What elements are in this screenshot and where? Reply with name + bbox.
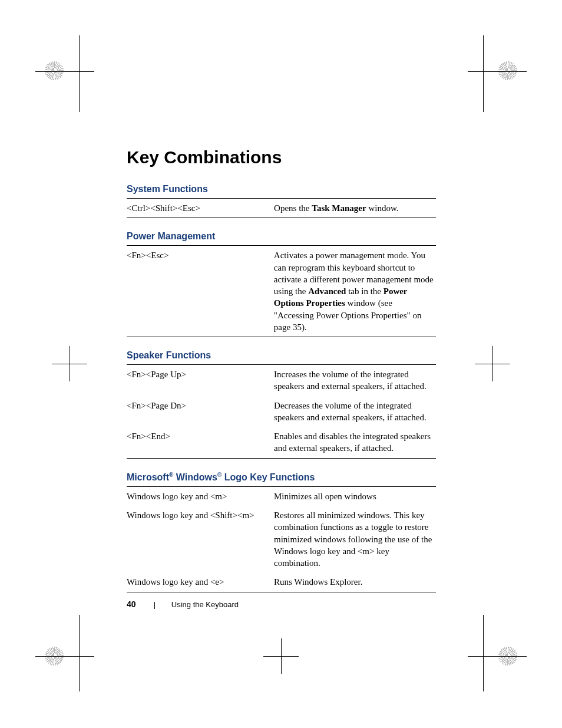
key-description: Enables and disables the integrated spea…: [274, 427, 436, 458]
key-combination: Windows logo key and <m>: [127, 486, 274, 506]
table-row: <Fn><Esc>Activates a power management mo…: [127, 246, 436, 337]
table-row: <Fn><Page Dn>Decreases the volume of the…: [127, 396, 436, 427]
table-row: Windows logo key and <e>Runs Windows Exp…: [127, 572, 436, 592]
page-title: Key Combinations: [127, 147, 436, 167]
key-combination: <Fn><Esc>: [127, 246, 274, 337]
section-heading: System Functions: [127, 184, 436, 195]
key-combination: Windows logo key and <Shift><m>: [127, 506, 274, 572]
page-footer: 40 Using the Keyboard: [127, 599, 239, 609]
key-combination: <Ctrl><Shift><Esc>: [127, 199, 274, 218]
key-description: Decreases the volume of the integrated s…: [274, 396, 436, 427]
key-combination: <Fn><Page Dn>: [127, 396, 274, 427]
footer-divider: [154, 602, 155, 609]
key-description: Restores all minimized windows. This key…: [274, 506, 436, 572]
table-row: <Fn><Page Up>Increases the volume of the…: [127, 365, 436, 396]
section-heading: Power Management: [127, 231, 436, 242]
key-description: Opens the Task Manager window.: [274, 199, 436, 218]
section-heading: Speaker Functions: [127, 350, 436, 361]
key-combinations-table: <Fn><Page Up>Increases the volume of the…: [127, 364, 436, 459]
key-combination: <Fn><Page Up>: [127, 365, 274, 396]
key-combinations-table: <Ctrl><Shift><Esc>Opens the Task Manager…: [127, 198, 436, 218]
key-combinations-table: <Fn><Esc>Activates a power management mo…: [127, 245, 436, 337]
table-row: <Ctrl><Shift><Esc>Opens the Task Manager…: [127, 199, 436, 218]
registration-mark: [45, 61, 64, 80]
table-row: <Fn><End>Enables and disables the integr…: [127, 427, 436, 458]
key-description: Activates a power management mode. You c…: [274, 246, 436, 337]
key-combinations-table: Windows logo key and <m>Minimizes all op…: [127, 486, 436, 592]
table-row: Windows logo key and <m>Minimizes all op…: [127, 486, 436, 506]
footer-section-name: Using the Keyboard: [171, 600, 239, 609]
key-combination: <Fn><End>: [127, 427, 274, 458]
page-number: 40: [127, 599, 136, 609]
section-heading: Microsoft® Windows® Logo Key Functions: [127, 472, 436, 483]
table-row: Windows logo key and <Shift><m>Restores …: [127, 506, 436, 572]
key-combination: Windows logo key and <e>: [127, 572, 274, 592]
key-description: Minimizes all open windows: [274, 486, 436, 506]
key-description: Increases the volume of the integrated s…: [274, 365, 436, 396]
registration-mark: [498, 61, 517, 80]
key-description: Runs Windows Explorer.: [274, 572, 436, 592]
